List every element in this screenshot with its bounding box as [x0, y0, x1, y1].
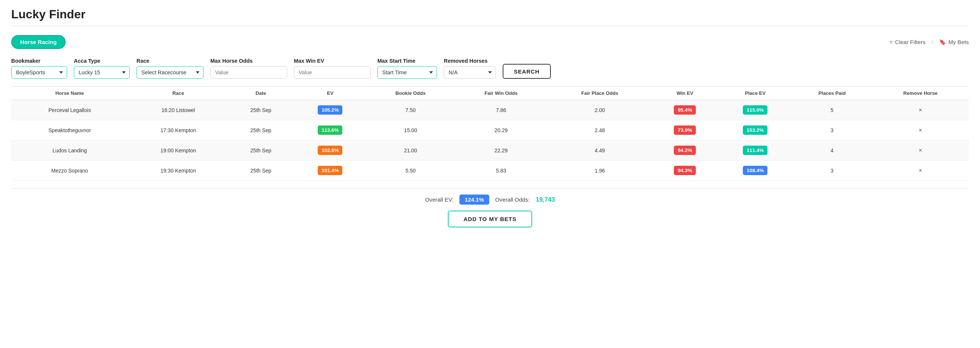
col-horse-name: Horse Name [11, 87, 128, 100]
max-start-time-label: Max Start Time [377, 58, 437, 64]
cell-fair-place-odds: 1.96 [548, 161, 651, 181]
cell-race: 17:30 Kempton [128, 120, 229, 140]
cell-date: 25th Sep [228, 161, 293, 181]
cell-fair-place-odds: 2.00 [548, 100, 651, 120]
cell-places-paid: 5 [792, 100, 872, 120]
cell-horse-name: Speaktotheguvnor [11, 120, 128, 140]
cell-fair-place-odds: 2.48 [548, 120, 651, 140]
cell-fair-win-odds: 22.29 [454, 140, 548, 161]
cell-horse-name: Mezzo Soprano [11, 161, 128, 181]
cell-fair-win-odds: 5.83 [454, 161, 548, 181]
filters-row: Bookmaker BoyleSports Betfair Paddy Powe… [11, 58, 969, 79]
table-row: Ludos Landing 19:00 Kempton 25th Sep 102… [11, 140, 969, 161]
cell-places-paid: 3 [792, 161, 872, 181]
cell-ev: 105.2% [293, 100, 368, 120]
cell-ev: 102.8% [293, 140, 368, 161]
bookmaker-filter: Bookmaker BoyleSports Betfair Paddy Powe… [11, 58, 67, 79]
cell-remove[interactable]: × [872, 100, 969, 120]
col-date: Date [228, 87, 293, 100]
col-bookie-odds: Bookie Odds [367, 87, 454, 100]
cell-fair-win-odds: 20.29 [454, 120, 548, 140]
results-table: Horse Name Race Date EV Bookie Odds Fair… [11, 86, 969, 181]
col-place-ev: Place EV [719, 87, 792, 100]
acca-type-label: Acca Type [74, 58, 130, 64]
bookmaker-select[interactable]: BoyleSports Betfair Paddy Power William … [11, 66, 67, 79]
col-race: Race [128, 87, 229, 100]
cell-bookie-odds: 7.50 [367, 100, 454, 120]
cell-ev: 113.6% [293, 120, 368, 140]
overall-ev-badge: 124.1% [460, 195, 489, 204]
remove-horse-button[interactable]: × [918, 167, 922, 174]
max-start-time-filter: Max Start Time Start Time 10:00 11:00 12… [377, 58, 437, 79]
cell-place-ev: 153.2% [719, 120, 792, 140]
cell-win-ev: 94.2% [651, 140, 719, 161]
max-start-time-select[interactable]: Start Time 10:00 11:00 12:00 [377, 66, 437, 79]
cell-remove[interactable]: × [872, 140, 969, 161]
removed-horses-filter: Removed Horses N/A [444, 58, 496, 79]
cell-date: 25th Sep [228, 140, 293, 161]
separator: / [932, 39, 933, 45]
acca-type-filter: Acca Type Lucky 15 Lucky 31 Lucky 63 Tri… [74, 58, 130, 79]
cell-win-ev: 95.4% [651, 100, 719, 120]
bookmark-icon: 🔖 [939, 39, 946, 46]
max-win-ev-filter: Max Win EV [294, 58, 371, 79]
table-row: Perceval Legallois 16:20 Listowel 25th S… [11, 100, 969, 120]
max-horse-odds-input[interactable] [210, 66, 287, 79]
cell-race: 16:20 Listowel [128, 100, 229, 120]
cell-race: 19:00 Kempton [128, 140, 229, 161]
col-fair-place-odds: Fair Place Odds [548, 87, 651, 100]
cell-fair-win-odds: 7.86 [454, 100, 548, 120]
horse-racing-badge[interactable]: Horse Racing [11, 35, 66, 49]
cell-place-ev: 115.0% [719, 100, 792, 120]
my-bets-label: My Bets [948, 39, 969, 45]
bookmaker-label: Bookmaker [11, 58, 67, 64]
my-bets-link[interactable]: 🔖 My Bets [939, 39, 969, 46]
max-horse-odds-filter: Max Horse Odds [210, 58, 287, 79]
max-horse-odds-label: Max Horse Odds [210, 58, 287, 64]
cell-places-paid: 3 [792, 120, 872, 140]
remove-horse-button[interactable]: × [918, 127, 922, 133]
cell-place-ev: 111.4% [719, 140, 792, 161]
cell-fair-place-odds: 4.49 [548, 140, 651, 161]
max-win-ev-label: Max Win EV [294, 58, 371, 64]
remove-horse-button[interactable]: × [918, 147, 922, 153]
cell-ev: 101.4% [293, 161, 368, 181]
col-ev: EV [293, 87, 368, 100]
removed-horses-select[interactable]: N/A [444, 66, 496, 79]
cell-bookie-odds: 21.00 [367, 140, 454, 161]
top-bar-actions: ▿ Clear Filters / 🔖 My Bets [890, 39, 969, 46]
col-remove-horse: Remove Horse [872, 87, 969, 100]
cell-remove[interactable]: × [872, 120, 969, 140]
page-title: Lucky Finder [11, 8, 969, 26]
footer-ev-row: Overall EV: 124.1% Overall Odds: 19,743 [11, 195, 969, 204]
race-filter: Race Select Racecourse Listowel Kempton [137, 58, 204, 79]
cell-date: 25th Sep [228, 100, 293, 120]
col-win-ev: Win EV [651, 87, 719, 100]
cell-bookie-odds: 5.50 [367, 161, 454, 181]
remove-horse-button[interactable]: × [918, 107, 922, 113]
table-header-row: Horse Name Race Date EV Bookie Odds Fair… [11, 87, 969, 100]
cell-place-ev: 108.4% [719, 161, 792, 181]
cell-remove[interactable]: × [872, 161, 969, 181]
overall-odds-label: Overall Odds: [495, 196, 530, 203]
race-select[interactable]: Select Racecourse Listowel Kempton [137, 66, 204, 79]
cell-places-paid: 4 [792, 140, 872, 161]
max-win-ev-input[interactable] [294, 66, 371, 79]
race-label: Race [137, 58, 204, 64]
cell-horse-name: Ludos Landing [11, 140, 128, 161]
cell-win-ev: 94.3% [651, 161, 719, 181]
search-button[interactable]: SEARCH [503, 64, 551, 79]
add-to-my-bets-button[interactable]: ADD TO MY BETS [448, 211, 532, 227]
table-row: Speaktotheguvnor 17:30 Kempton 25th Sep … [11, 120, 969, 140]
cell-bookie-odds: 15.00 [367, 120, 454, 140]
col-places-paid: Places Paid [792, 87, 872, 100]
filter-icon: ▿ [890, 39, 893, 46]
acca-type-select[interactable]: Lucky 15 Lucky 31 Lucky 63 Trixie Patent [74, 66, 130, 79]
footer-section: Overall EV: 124.1% Overall Odds: 19,743 … [11, 188, 969, 235]
removed-horses-label: Removed Horses [444, 58, 496, 64]
clear-filters-label: Clear Filters [895, 39, 926, 45]
cell-date: 25th Sep [228, 120, 293, 140]
cell-horse-name: Perceval Legallois [11, 100, 128, 120]
clear-filters-link[interactable]: ▿ Clear Filters [890, 39, 926, 46]
cell-race: 19:30 Kempton [128, 161, 229, 181]
